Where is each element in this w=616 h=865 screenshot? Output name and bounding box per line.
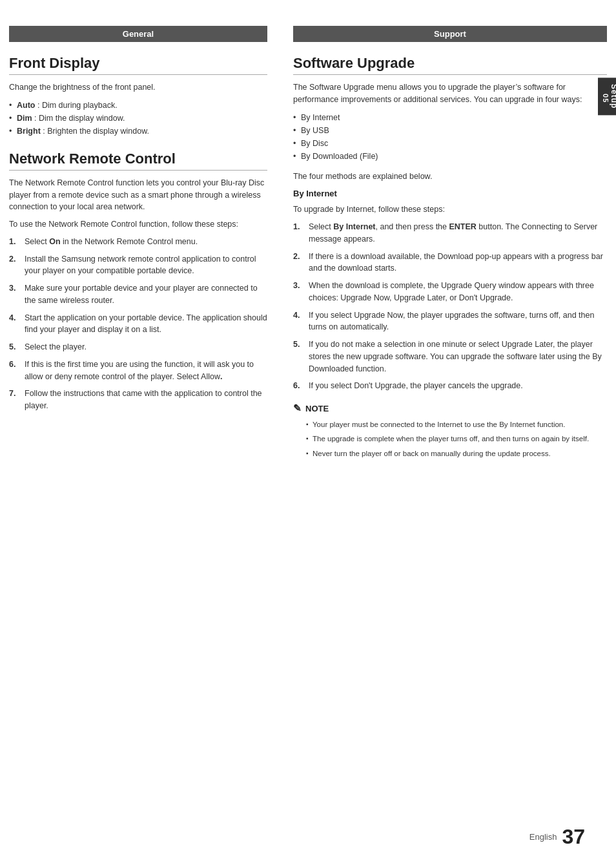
note-item-2: The upgrade is complete when the player …: [306, 433, 607, 444]
footer-language: English: [529, 832, 557, 842]
step-7: 7. Follow the instructions that came wit…: [9, 388, 267, 412]
by-internet-steps: 1. Select By Internet, and then press th…: [293, 221, 607, 392]
right-column: Support Software Upgrade The Software Up…: [287, 26, 607, 463]
note-icon: ✎: [293, 402, 302, 414]
left-column: General Front Display Change the brightn…: [9, 26, 287, 463]
front-display-title: Front Display: [9, 55, 267, 72]
by-internet-intro: To upgrade by Internet, follow these ste…: [293, 203, 607, 216]
support-header: Support: [293, 26, 607, 42]
internet-step-6: 6. If you select Don't Upgrade, the play…: [293, 380, 607, 392]
internet-step-4: 4. If you select Upgrade Now, the player…: [293, 309, 607, 334]
way-downloaded: By Downloaded (File): [293, 150, 607, 163]
internet-step-5: 5. If you do not make a selection in one…: [293, 339, 607, 375]
software-upgrade-title: Software Upgrade: [293, 55, 607, 72]
footer-page-number: 37: [562, 825, 585, 849]
upgrade-ways: By Internet By USB By Disc By Downloaded…: [293, 111, 607, 163]
internet-step-2: 2. If there is a download available, the…: [293, 251, 607, 275]
front-display-section: Front Display Change the brightness of t…: [9, 55, 267, 138]
software-upgrade-section: Software Upgrade The Software Upgrade me…: [293, 55, 607, 459]
step-6: 6. If this is the first time you are usi…: [9, 359, 267, 383]
by-internet-section: By Internet To upgrade by Internet, foll…: [293, 189, 607, 392]
front-display-intro: Change the brightness of the front panel…: [9, 81, 267, 94]
note-list: Your player must be connected to the Int…: [306, 419, 607, 459]
network-remote-intro2: To use the Network Remote Control functi…: [9, 218, 267, 231]
step-5: 5. Select the player.: [9, 341, 267, 353]
side-tab-number: 05: [602, 94, 610, 103]
step-4: 4. Start the application on your portabl…: [9, 312, 267, 337]
bullet-bright: Bright : Brighten the display window.: [9, 125, 267, 138]
bullet-dim: Dim : Dim the display window.: [9, 112, 267, 125]
page-container: 05 Setup General Front Display Change th…: [0, 0, 616, 865]
side-tab-text: Setup: [610, 84, 616, 109]
ways-footer: The four methods are explained below.: [293, 171, 607, 183]
bullet-auto: Auto : Dim during playback.: [9, 99, 267, 112]
network-remote-title: Network Remote Control: [9, 151, 267, 167]
network-remote-steps: 1. Select On in the Network Remote Contr…: [9, 236, 267, 412]
step-1: 1. Select On in the Network Remote Contr…: [9, 236, 267, 248]
note-section: ✎ NOTE Your player must be connected to …: [293, 402, 607, 459]
network-remote-section: Network Remote Control The Network Remot…: [9, 151, 267, 412]
step-3: 3. Make sure your portable device and yo…: [9, 282, 267, 307]
content-columns: General Front Display Change the brightn…: [9, 26, 607, 463]
note-header: ✎ NOTE: [293, 402, 607, 414]
way-internet: By Internet: [293, 111, 607, 124]
way-usb: By USB: [293, 124, 607, 137]
software-upgrade-intro: The Software Upgrade menu allows you to …: [293, 81, 607, 106]
internet-step-1: 1. Select By Internet, and then press th…: [293, 221, 607, 245]
note-label: NOTE: [305, 404, 329, 413]
side-tab: 05 Setup: [598, 78, 616, 115]
network-remote-divider: [9, 170, 267, 171]
by-internet-heading: By Internet: [293, 189, 607, 198]
network-remote-intro1: The Network Remote Control function lets…: [9, 177, 267, 213]
general-header: General: [9, 26, 267, 42]
internet-step-3: 3. When the download is complete, the Up…: [293, 280, 607, 304]
note-item-3: Never turn the player off or back on man…: [306, 448, 607, 459]
page-footer: English 37: [0, 825, 598, 849]
way-disc: By Disc: [293, 137, 607, 150]
front-display-divider: [9, 74, 267, 75]
note-item-1: Your player must be connected to the Int…: [306, 419, 607, 430]
front-display-bullets: Auto : Dim during playback. Dim : Dim th…: [9, 99, 267, 138]
software-upgrade-divider: [293, 74, 607, 75]
step-2: 2. Install the Samsung network remote co…: [9, 253, 267, 278]
